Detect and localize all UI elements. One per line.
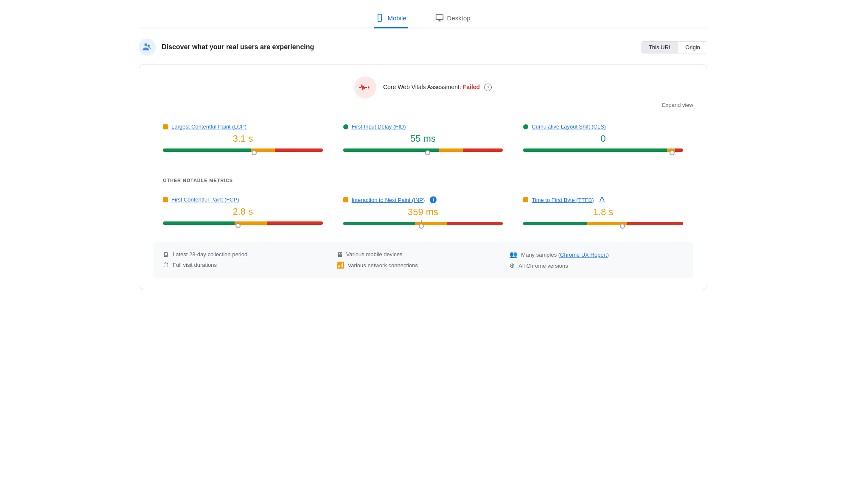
lcp-marker (252, 147, 257, 155)
footer-chrome: ⊕ All Chrome versions (510, 260, 683, 271)
fid-bar-orange (439, 148, 463, 152)
footer-section: 🗓 Latest 28-day collection period ⏱ Full… (153, 242, 693, 278)
metric-cls: Cumulative Layout Shift (CLS) 0 (513, 117, 693, 160)
ttfb-name[interactable]: Time to First Byte (TTFB) (532, 197, 594, 203)
fid-bar-red (463, 148, 503, 152)
fid-value: 55 ms (343, 133, 503, 144)
other-metrics-label: OTHER NOTABLE METRICS (153, 178, 693, 183)
inp-bar-green (343, 222, 415, 225)
inp-marker (419, 220, 424, 229)
inp-info-icon[interactable]: i (430, 196, 437, 203)
svg-point-5 (145, 43, 148, 46)
footer-samples: 👥 Many samples (Chrome UX Report) (510, 249, 683, 260)
ttfb-bar-red (627, 222, 683, 225)
svg-rect-2 (436, 15, 443, 20)
footer-collection-period: 🗓 Latest 28-day collection period (163, 249, 336, 260)
footer-col2: 🖥 Various mobile devices 📶 Various netwo… (336, 249, 510, 271)
cls-dot (523, 124, 528, 129)
ttfb-dot (523, 197, 528, 202)
ttfb-bar-green (523, 222, 587, 225)
clock-icon: ⏱ (163, 261, 169, 269)
footer-visit-text: Full visit durations (173, 262, 217, 268)
lcp-bar-green (163, 148, 251, 152)
header-avatar (139, 39, 156, 56)
cls-value: 0 (523, 133, 683, 144)
metric-fcp-label: First Contentful Paint (FCP) (163, 196, 323, 203)
metric-fid-label: First Input Delay (FID) (343, 123, 503, 130)
cls-bar-red (675, 148, 683, 152)
inp-value: 359 ms (343, 207, 503, 218)
tab-mobile-label: Mobile (387, 14, 406, 22)
inp-bar (343, 222, 503, 225)
inp-bar-red (447, 222, 503, 225)
metric-ttfb-label: Time to First Byte (TTFB) (523, 196, 683, 203)
wifi-icon: 📶 (336, 261, 345, 269)
mobile-icon (375, 14, 384, 22)
metric-cls-label: Cumulative Layout Shift (CLS) (523, 123, 683, 130)
ttfb-lab-icon (599, 196, 605, 203)
chrome-ux-report-link[interactable]: Chrome UX Report (560, 252, 607, 258)
fcp-dot (163, 197, 168, 202)
lcp-bar (163, 148, 323, 152)
tab-mobile[interactable]: Mobile (374, 8, 408, 28)
metric-lcp: Largest Contentful Paint (LCP) 3.1 s (153, 117, 333, 160)
tab-desktop[interactable]: Desktop (434, 8, 472, 28)
tab-bar: Mobile Desktop (139, 8, 707, 28)
cls-name[interactable]: Cumulative Layout Shift (CLS) (532, 123, 606, 130)
tab-desktop-label: Desktop (447, 14, 471, 22)
section-divider (153, 169, 693, 169)
footer-network: 📶 Various network connections (336, 260, 510, 271)
cls-bar (523, 148, 683, 152)
metric-lcp-label: Largest Contentful Paint (LCP) (163, 123, 323, 130)
footer-collection-text: Latest 28-day collection period (173, 251, 247, 258)
svg-marker-7 (368, 86, 370, 89)
assessment-status: Failed (463, 84, 480, 90)
footer-col1: 🗓 Latest 28-day collection period ⏱ Full… (163, 249, 336, 271)
assessment-title: Core Web Vitals Assessment: Failed ? (383, 84, 492, 91)
url-origin-toggle: This URL Origin (642, 41, 707, 53)
footer-col3: 👥 Many samples (Chrome UX Report) ⊕ All … (510, 249, 683, 271)
cls-marker (670, 147, 675, 155)
devices-icon: 🖥 (336, 251, 343, 258)
footer-network-text: Various network connections (348, 262, 418, 269)
expand-view[interactable]: Expand view (153, 102, 693, 108)
core-metrics-row: Largest Contentful Paint (LCP) 3.1 s (153, 117, 693, 160)
vitals-waveform-icon (359, 83, 371, 92)
fcp-marker (235, 220, 241, 228)
footer-samples-text: Many samples (Chrome UX Report) (521, 252, 609, 258)
calendar-icon: 🗓 (163, 251, 169, 258)
assessment-title-text: Core Web Vitals Assessment: (383, 84, 461, 90)
origin-button[interactable]: Origin (678, 42, 707, 53)
footer-visit-durations: ⏱ Full visit durations (163, 260, 336, 270)
ttfb-value: 1.8 s (523, 207, 683, 218)
desktop-icon (435, 14, 444, 22)
metric-fid: First Input Delay (FID) 55 ms (333, 117, 513, 160)
metric-fcp: First Contentful Paint (FCP) 2.8 s (153, 190, 333, 234)
inp-dot (343, 197, 348, 202)
header-title: Discover what your real users are experi… (162, 43, 314, 51)
fid-bar (343, 148, 503, 152)
main-card: Core Web Vitals Assessment: Failed ? Exp… (139, 64, 707, 290)
fcp-bar (163, 221, 323, 225)
header-section: Discover what your real users are experi… (139, 39, 707, 56)
footer-chrome-text: All Chrome versions (518, 263, 568, 269)
lcp-bar-red (275, 148, 323, 152)
assessment-help-icon[interactable]: ? (484, 84, 492, 91)
ttfb-bar (523, 222, 683, 225)
metric-inp-label: Interaction to Next Paint (INP) i (343, 196, 503, 203)
fcp-bar-green (163, 221, 235, 225)
fid-dot (343, 124, 348, 129)
fid-bar-green (343, 148, 439, 152)
users-icon (142, 42, 153, 53)
footer-devices-text: Various mobile devices (346, 251, 403, 258)
inp-name[interactable]: Interaction to Next Paint (INP) (352, 197, 425, 203)
fid-name[interactable]: First Input Delay (FID) (352, 123, 406, 130)
header-left: Discover what your real users are experi… (139, 39, 314, 56)
fcp-name[interactable]: First Contentful Paint (FCP) (171, 196, 239, 203)
metric-inp: Interaction to Next Paint (INP) i 359 ms (333, 190, 513, 234)
ttfb-marker (620, 220, 625, 229)
this-url-button[interactable]: This URL (642, 42, 678, 53)
other-metrics-row: First Contentful Paint (FCP) 2.8 s (153, 190, 693, 234)
lcp-name[interactable]: Largest Contentful Paint (LCP) (171, 123, 247, 130)
assessment-header: Core Web Vitals Assessment: Failed ? (153, 76, 693, 98)
